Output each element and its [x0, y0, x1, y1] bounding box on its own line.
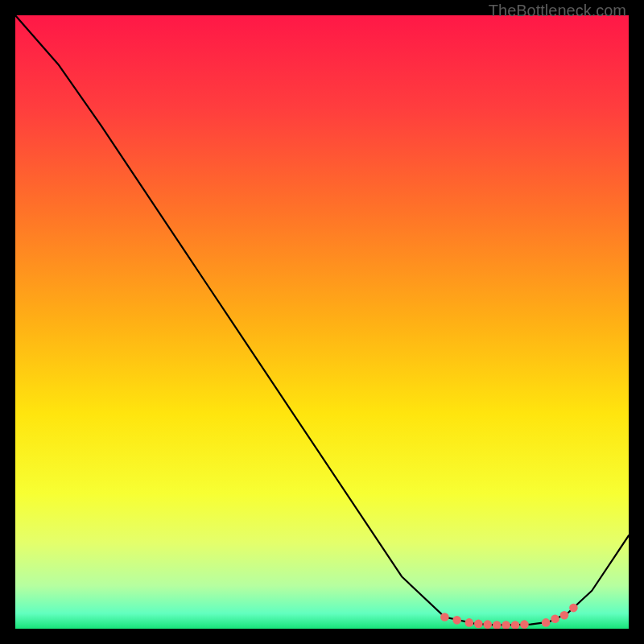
marker-dot — [511, 621, 520, 629]
marker-dot — [569, 604, 578, 613]
watermark-label: TheBottleneck.com — [489, 2, 626, 20]
curve-layer — [15, 15, 629, 629]
marker-dot — [483, 620, 492, 629]
marker-dot — [465, 618, 474, 627]
marker-dot — [452, 616, 461, 625]
marker-dot — [542, 618, 551, 627]
bottleneck-curve — [15, 15, 629, 625]
marker-dot — [440, 613, 449, 621]
marker-dot — [493, 621, 502, 629]
chart-stage: TheBottleneck.com — [0, 0, 644, 644]
marker-dot — [551, 615, 559, 624]
optimal-markers — [440, 604, 578, 629]
marker-dot — [474, 620, 483, 629]
marker-dot — [502, 621, 510, 629]
marker-dot — [560, 611, 569, 620]
plot-area — [15, 15, 629, 629]
marker-dot — [520, 620, 529, 629]
